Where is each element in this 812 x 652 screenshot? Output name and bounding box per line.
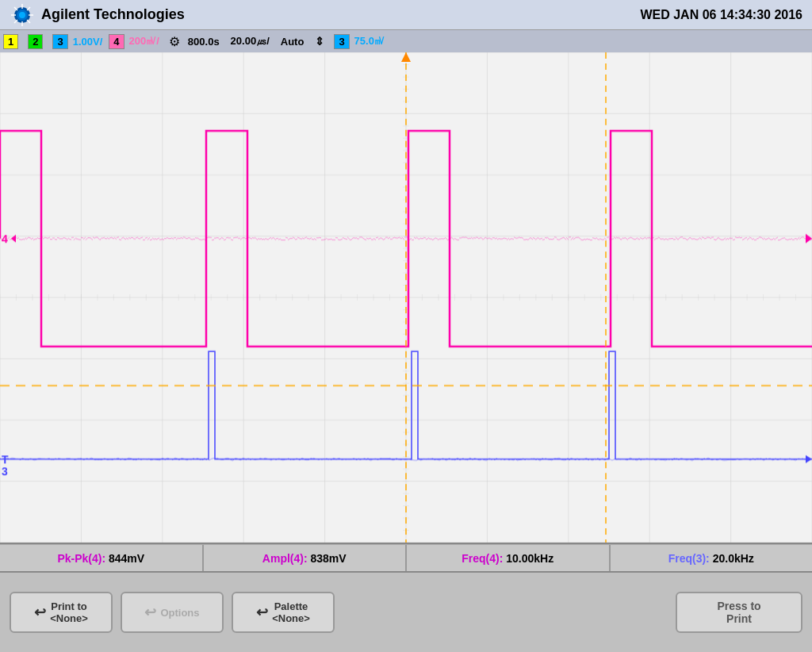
channel-4-number[interactable]: 4 [109, 34, 124, 49]
channel-3-ref: 3 [334, 34, 349, 49]
settings-icon[interactable]: ⚙ [169, 34, 180, 49]
waveform-canvas [0, 52, 812, 543]
meas-freq3-label: Freq(3): [668, 552, 713, 565]
agilent-logo [10, 2, 35, 28]
press-to-print-label: Press to Print [717, 600, 760, 625]
trigger-mode: Auto [276, 33, 309, 50]
print-to-button[interactable]: ↩ Print to <None> [10, 592, 113, 633]
scope-display [0, 52, 812, 544]
meas-freq3-value: 20.0kHz [713, 552, 754, 565]
press-to-print-button[interactable]: Press to Print [676, 592, 802, 633]
bottom-bar: ↩ Print to <None> ↩ Options ↩ Palette <N… [0, 573, 812, 652]
meas-ampl-value: 838mV [311, 552, 347, 565]
palette-button[interactable]: ↩ Palette <None> [232, 592, 335, 633]
palette-icon: ↩ [256, 604, 268, 621]
print-to-label: Print to <None> [50, 600, 88, 624]
channel-bar: 1 2 3 1.00V/ 4 200㎷/ ⚙ 800.0s 20.00㎲/ Au… [0, 30, 812, 52]
meas-pkpk-value: 844mV [109, 552, 144, 565]
channel-2-number[interactable]: 2 [28, 34, 43, 49]
svg-line-7 [27, 20, 30, 23]
options-button[interactable]: ↩ Options [121, 592, 224, 633]
svg-line-8 [27, 7, 30, 10]
measurement-ampl: Ampl(4): 838mV [204, 545, 408, 571]
channel-3-scale: 1.00V/ [68, 33, 108, 50]
measurement-pkpk: Pk-Pk(4): 844mV [0, 545, 204, 571]
meas-ampl-label: Ampl(4): [262, 552, 311, 565]
channel-1-number[interactable]: 1 [3, 34, 18, 49]
time-scale: 20.00㎲/ [226, 33, 274, 50]
channel-4-scale: 200㎷/ [124, 33, 164, 50]
svg-line-9 [14, 20, 17, 23]
datetime: WED JAN 06 14:34:30 2016 [640, 8, 802, 22]
header: Agilent Technologies WED JAN 06 14:34:30… [0, 0, 812, 30]
measurement-freq4: Freq(4): 10.00kHz [407, 545, 611, 571]
timebase-value: 800.0s [183, 33, 224, 50]
print-to-icon: ↩ [34, 604, 46, 621]
channel-3-ref-val: 75.0㎷ [350, 33, 389, 50]
company-name: Agilent Technologies [41, 6, 185, 23]
meas-freq4-value: 10.00kHz [506, 552, 553, 565]
svg-line-6 [14, 7, 17, 10]
channel-3-number[interactable]: 3 [52, 34, 67, 49]
header-left: Agilent Technologies [10, 2, 185, 28]
measurement-freq3: Freq(3): 20.0kHz [611, 545, 813, 571]
options-icon: ↩ [144, 604, 156, 621]
svg-point-10 [19, 12, 25, 18]
trigger-slope-icon: ⇕ [310, 33, 329, 50]
options-label: Options [160, 607, 199, 619]
measurements-bar: Pk-Pk(4): 844mV Ampl(4): 838mV Freq(4): … [0, 544, 812, 573]
meas-freq4-label: Freq(4): [462, 552, 506, 565]
palette-label: Palette <None> [272, 600, 310, 624]
meas-pkpk-label: Pk-Pk(4): [57, 552, 109, 565]
